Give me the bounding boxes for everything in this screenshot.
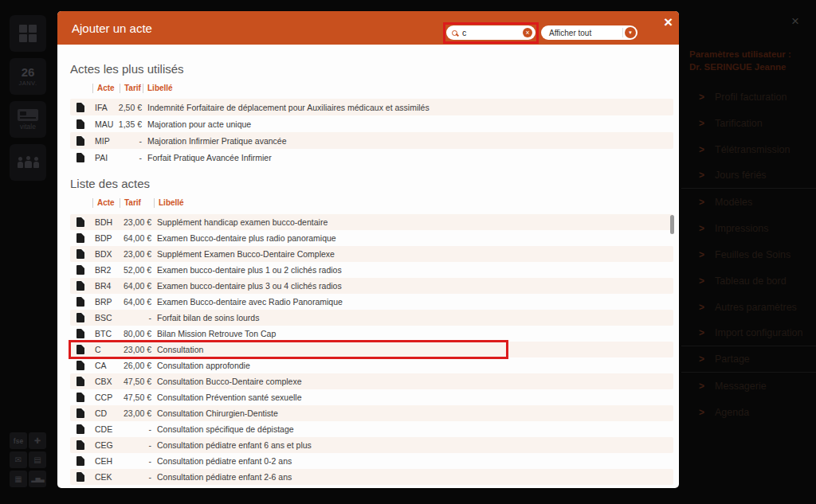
all-acts-section: Liste des actes Acte Tarif Libellé BDH 2… xyxy=(70,177,673,485)
cell-libelle: Consultation pédiatre enfant 0-2 ans xyxy=(157,456,292,466)
chevron-right-icon: > xyxy=(699,354,704,365)
table-row[interactable]: CDE - Consultation spécifique de dépista… xyxy=(70,421,673,437)
settings-menu-item[interactable]: >Import configuration xyxy=(681,320,816,346)
settings-menu-item-label: Impressions xyxy=(715,223,768,234)
cell-acte: BR4 xyxy=(95,281,116,291)
settings-panel: Paramètres utilisateur : Dr. SERINGUE Je… xyxy=(681,48,816,425)
table-row[interactable]: PAI - Forfait Pratique Avancée Infirmier xyxy=(70,149,673,166)
settings-menu-item-label: Jours fériés xyxy=(715,170,767,181)
cell-libelle: Examen Bucco-dentaire avec Radio Panoram… xyxy=(157,297,343,307)
settings-menu-item-label: Messagerie xyxy=(715,381,767,392)
section-title: Liste des actes xyxy=(70,177,673,190)
settings-menu-item-label: Agenda xyxy=(715,407,749,418)
document-icon xyxy=(76,329,84,338)
sidebar-item-carte-vitale[interactable]: vitale xyxy=(10,101,46,138)
sidebar-item-calendar[interactable]: 26 JANV. xyxy=(10,58,46,95)
settings-menu-item[interactable]: >Partage xyxy=(681,346,816,373)
settings-menu-item[interactable]: >Agenda xyxy=(681,399,816,425)
document-icon xyxy=(76,472,84,482)
cell-tarif: 2,50 € xyxy=(116,103,142,112)
modal-close-icon[interactable]: × xyxy=(664,14,673,31)
grid-icon xyxy=(19,25,37,42)
cell-libelle: Examen bucco-dentaire plus 3 ou 4 cliché… xyxy=(157,281,342,291)
cell-libelle: Supplément handicap examen bucco-dentair… xyxy=(157,217,328,227)
window-close-icon[interactable]: × xyxy=(791,14,799,29)
sidebar-item-patients[interactable] xyxy=(10,144,46,181)
settings-menu-item[interactable]: >Télétransmission xyxy=(681,136,816,162)
cell-acte: CEK xyxy=(95,472,116,482)
cell-libelle: Forfait bilan de soins lourds xyxy=(157,313,259,322)
table-row[interactable]: BDH 23,00 € Supplément handicap examen b… xyxy=(70,214,673,230)
chevron-right-icon: > xyxy=(699,302,704,313)
table-row[interactable]: CA 26,00 € Consultation approfondie xyxy=(70,357,673,373)
table-row[interactable]: CCP 47,50 € Consultation Prévention sant… xyxy=(70,389,673,405)
cell-tarif: - xyxy=(116,472,151,482)
date-month: JANV. xyxy=(18,80,37,87)
chevron-right-icon: > xyxy=(699,223,704,234)
table-row[interactable]: CD 23,00 € Consultation Chirurgien-Denti… xyxy=(70,405,673,421)
table-row[interactable]: MAU 1,35 € Majoration pour acte unique xyxy=(70,115,673,132)
settings-menu-item-label: Profil facturation xyxy=(715,92,787,103)
table-row[interactable]: C 23,00 € Consultation xyxy=(70,342,673,357)
fse-icon[interactable]: fse xyxy=(10,432,27,449)
table-row[interactable]: CEG - Consultation pédiatre enfant 6 ans… xyxy=(70,437,673,453)
document-icon xyxy=(76,440,84,450)
settings-menu-item-label: Télétransmission xyxy=(715,144,790,155)
settings-menu-item[interactable]: >Autres paramètres xyxy=(681,294,816,320)
search-box[interactable]: × xyxy=(446,25,536,40)
mail-icon[interactable]: ✉ xyxy=(10,451,27,468)
cell-tarif: - xyxy=(116,136,142,146)
chevron-right-icon: > xyxy=(699,118,704,129)
cell-tarif: 64,00 € xyxy=(116,281,151,291)
cell-libelle: Consultation xyxy=(157,345,203,354)
document-icon xyxy=(76,233,84,243)
cell-tarif: 52,00 € xyxy=(116,265,151,275)
settings-menu-item[interactable]: >Tarification xyxy=(681,110,816,136)
table-row[interactable]: BRP 64,00 € Examen Bucco-dentaire avec R… xyxy=(70,294,673,310)
table-row[interactable]: BTC 80,00 € Bilan Mission Retrouve Ton C… xyxy=(70,326,673,342)
divider xyxy=(622,28,623,37)
cell-libelle: Examen Bucco-dentaire plus radio panoram… xyxy=(157,233,336,243)
settings-menu-item[interactable]: >Modèles xyxy=(681,189,816,215)
table-row[interactable]: MIP - Majoration Infirmier Pratique avan… xyxy=(70,132,673,149)
bar-chart-icon[interactable]: ▂▅▃ xyxy=(29,471,46,487)
table-row[interactable]: BR4 64,00 € Examen bucco-dentaire plus 3… xyxy=(70,278,673,294)
settings-menu-item[interactable]: >Feuilles de Soins xyxy=(681,241,816,268)
table-row[interactable]: IFA 2,50 € Indemnité Forfaitaire de dépl… xyxy=(70,99,673,115)
table-row[interactable]: BDX 23,00 € Supplément Examen Bucco-Dent… xyxy=(70,246,673,262)
table-row[interactable]: BR2 52,00 € Examen bucco-dentaire plus 1… xyxy=(70,262,673,278)
document-icon[interactable]: ▤ xyxy=(29,451,46,468)
add-act-modal: Ajouter un acte × Afficher tout ▼ × Acte… xyxy=(57,11,679,488)
search-input[interactable] xyxy=(462,28,510,37)
settings-title-line2: Dr. SERINGUE Jeanne xyxy=(689,61,816,73)
cell-acte: BR2 xyxy=(95,265,116,275)
settings-menu-item[interactable]: >Messagerie xyxy=(681,373,816,399)
settings-menu-item[interactable]: >Impressions xyxy=(681,215,816,241)
cell-tarif: - xyxy=(116,424,151,434)
table-row[interactable]: CEH - Consultation pédiatre enfant 0-2 a… xyxy=(70,453,673,469)
table-row[interactable]: BDP 64,00 € Examen Bucco-dentaire plus r… xyxy=(70,230,673,246)
settings-menu-item[interactable]: >Tableau de bord xyxy=(681,268,816,294)
cell-acte: CCP xyxy=(95,393,116,402)
table-body: IFA 2,50 € Indemnité Forfaitaire de dépl… xyxy=(70,99,673,166)
scrollbar-thumb[interactable] xyxy=(670,215,674,234)
settings-panel-title: Paramètres utilisateur : Dr. SERINGUE Je… xyxy=(689,48,816,73)
document-icon xyxy=(76,265,84,275)
modal-header: Ajouter un acte × Afficher tout ▼ × xyxy=(57,11,679,45)
column-header-tarif: Tarif xyxy=(120,198,154,208)
settings-menu-item[interactable]: >Jours fériés xyxy=(681,162,816,189)
settings-menu-item[interactable]: >Profil facturation xyxy=(681,84,816,110)
calculator-icon[interactable]: ▦ xyxy=(10,471,27,487)
document-icon xyxy=(76,424,84,434)
table-row[interactable]: BSC - Forfait bilan de soins lourds xyxy=(70,310,673,326)
clear-search-icon[interactable]: × xyxy=(523,28,532,37)
settings-menu-item-label: Partage xyxy=(715,354,750,365)
table-row[interactable]: CEK - Consultation pédiatre enfant 2-6 a… xyxy=(70,469,673,485)
table-row[interactable]: CBX 47,50 € Consultation Bucco-Dentaire … xyxy=(70,373,673,389)
filter-dropdown[interactable]: Afficher tout ▼ xyxy=(541,25,638,40)
first-aid-icon[interactable]: ✚ xyxy=(29,432,46,449)
sidebar-item-apps[interactable] xyxy=(10,15,46,52)
cell-tarif: - xyxy=(116,456,151,466)
cell-libelle: Supplément Examen Bucco-Dentaire Complex… xyxy=(157,249,335,259)
cell-tarif: - xyxy=(116,313,151,322)
